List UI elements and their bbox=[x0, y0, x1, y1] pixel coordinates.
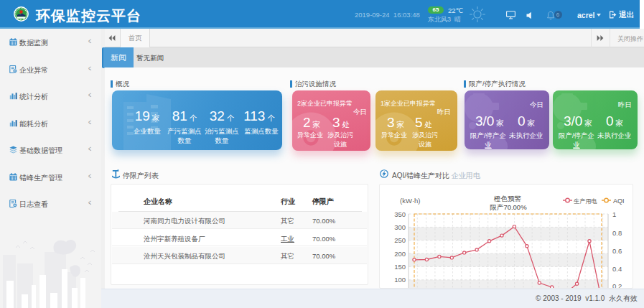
svg-text:150: 150 bbox=[394, 263, 406, 271]
svg-text:0.8: 0.8 bbox=[612, 229, 622, 237]
svg-text:0.2: 0.2 bbox=[612, 282, 622, 289]
svg-text:250: 250 bbox=[394, 236, 406, 244]
svg-text:200: 200 bbox=[394, 250, 406, 258]
svg-text:AQI: AQI bbox=[613, 197, 625, 205]
svg-text:300: 300 bbox=[394, 223, 406, 231]
svg-text:0.4: 0.4 bbox=[612, 265, 622, 273]
svg-text:100: 100 bbox=[394, 276, 406, 284]
svg-text:350: 350 bbox=[394, 210, 406, 218]
svg-text:生产用电: 生产用电 bbox=[574, 198, 597, 205]
svg-text:1: 1 bbox=[612, 210, 616, 218]
svg-text:0.6: 0.6 bbox=[612, 247, 622, 255]
svg-text:限产70.00%: 限产70.00% bbox=[490, 203, 527, 211]
svg-text:橙色预警: 橙色预警 bbox=[493, 195, 522, 202]
svg-text:(kW·h): (kW·h) bbox=[400, 197, 421, 205]
